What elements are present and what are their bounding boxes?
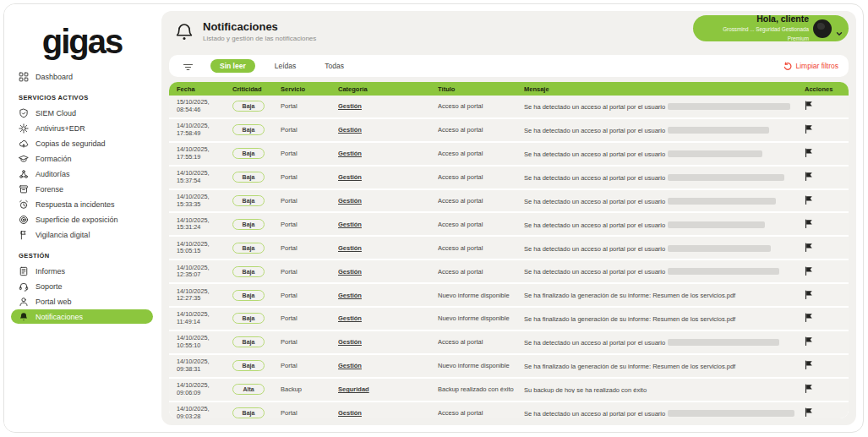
column-header-servicio: Servicio (281, 85, 338, 93)
tab-leidas[interactable]: Leídas (265, 59, 306, 73)
redacted-text (668, 410, 794, 417)
category-link[interactable]: Gestión (338, 292, 362, 299)
cell-fecha: 14/10/2025, 15:05:15 (177, 241, 232, 255)
cell-categoria: Seguridad (338, 385, 438, 393)
sidebar-item-antivirus-edr[interactable]: Antivirus+EDR (11, 121, 153, 135)
flag-action-icon[interactable] (805, 219, 813, 228)
criticality-badge: Baja (232, 195, 265, 206)
user-menu[interactable]: Hola, cliente Grossmind ... Seguridad Ge… (693, 15, 849, 41)
criticality-badge: Baja (232, 336, 265, 347)
category-link[interactable]: Gestión (338, 314, 362, 322)
sidebar-item-copias-de-seguridad[interactable]: Copias de seguridad (11, 136, 153, 150)
table-row: 14/10/2025, 09:06:09 Alta Backup Segurid… (169, 379, 849, 401)
sidebar-item-superficie-de-exposicion[interactable]: Superficie de exposición (11, 212, 153, 227)
clear-filters-button[interactable]: Limpiar filtros (783, 62, 838, 70)
filter-icon[interactable] (183, 61, 194, 72)
sidebar-item-notificaciones[interactable]: Notificaciones (11, 309, 153, 324)
avatar (813, 19, 832, 38)
flag-action-icon[interactable] (805, 336, 813, 346)
cell-acciones (805, 101, 849, 112)
row-time: 17:58:49 (177, 130, 227, 138)
cell-criticidad: Alta (232, 384, 281, 395)
cell-fecha: 14/10/2025, 09:06:09 (177, 382, 232, 396)
cell-servicio: Portal (281, 150, 338, 157)
cell-acciones (805, 148, 849, 159)
category-link[interactable]: Gestión (338, 244, 362, 252)
radar-icon (19, 215, 29, 225)
category-link[interactable]: Seguridad (338, 385, 369, 393)
flag-action-icon[interactable] (805, 148, 813, 157)
category-link[interactable]: Gestión (338, 338, 362, 346)
table-row: 14/10/2025, 15:33:35 Baja Portal Gestión… (169, 190, 849, 212)
redacted-text (668, 198, 776, 205)
flag-action-icon[interactable] (805, 243, 813, 252)
cell-mensaje: Su backup de hoy se ha realizado con éxi… (524, 385, 805, 394)
cell-acciones (805, 407, 849, 418)
category-link[interactable]: Gestión (338, 221, 362, 228)
category-link[interactable]: Gestión (338, 173, 362, 181)
page-header: Notificaciones Listado y gestión de las … (169, 17, 849, 52)
cell-titulo: Nuevo informe disponible (438, 362, 524, 369)
category-link[interactable]: Gestión (338, 268, 362, 276)
app-window: gigas DashboardSERVICIOS ACTIVOSSIEM Clo… (3, 3, 864, 433)
tab-todas[interactable]: Todas (315, 59, 353, 73)
sidebar-item-respuesta-a-incidentes[interactable]: Respuesta a incidentes (11, 197, 153, 211)
flag-action-icon[interactable] (805, 266, 813, 276)
table-body: 15/10/2025, 08:54:46 Baja Portal Gestión… (169, 96, 849, 418)
flag-action-icon[interactable] (805, 124, 813, 134)
sidebar-item-auditorias[interactable]: Auditorías (11, 167, 153, 181)
redacted-text (668, 339, 779, 346)
cloud-backup-icon (19, 139, 29, 149)
table-row: 14/10/2025, 09:38:31 Baja Portal Gestión… (169, 355, 849, 377)
cell-categoria: Gestión (338, 314, 438, 322)
cell-fecha: 15/10/2025, 08:54:46 (177, 99, 232, 113)
sidebar-item-siem-cloud[interactable]: SIEM Cloud (11, 106, 153, 120)
sidebar-item-soporte[interactable]: Soporte (11, 279, 153, 293)
sidebar-item-forense[interactable]: Forense (11, 182, 153, 196)
cell-categoria: Gestión (338, 126, 438, 134)
tab-sin-leer[interactable]: Sin leer (210, 59, 255, 73)
sidebar-item-label: Copias de seguridad (35, 139, 106, 148)
cell-acciones (805, 124, 849, 135)
cell-titulo: Acceso al portal (438, 338, 524, 346)
cell-titulo: Acceso al portal (438, 409, 524, 417)
cell-categoria: Gestión (338, 173, 438, 181)
flag-action-icon[interactable] (805, 195, 813, 205)
flag-action-icon[interactable] (805, 384, 813, 393)
sidebar-item-portal-web[interactable]: Portal web (11, 294, 153, 309)
cell-criticidad: Baja (232, 101, 281, 112)
cell-criticidad: Baja (232, 195, 281, 206)
flag-action-icon[interactable] (805, 290, 813, 299)
category-link[interactable]: Gestión (338, 362, 362, 369)
cell-servicio: Portal (281, 221, 338, 228)
cell-acciones (805, 266, 849, 277)
flag-action-icon[interactable] (805, 101, 813, 110)
sidebar-item-label: Superficie de exposición (35, 216, 118, 224)
sidebar-item-formacion[interactable]: Formación (11, 151, 153, 166)
cell-mensaje: Se ha detectado un acceso al portal por … (524, 409, 805, 418)
flag-action-icon[interactable] (805, 407, 813, 417)
flag-action-icon[interactable] (805, 360, 813, 369)
category-link[interactable]: Gestión (338, 409, 362, 417)
sidebar-item-informes[interactable]: Informes (11, 264, 153, 278)
cell-titulo: Acceso al portal (438, 102, 524, 110)
flag-action-icon[interactable] (805, 172, 813, 181)
criticality-badge: Baja (232, 101, 265, 112)
category-link[interactable]: Gestión (338, 102, 362, 110)
row-time: 10:55:10 (177, 342, 227, 350)
category-link[interactable]: Gestión (338, 126, 362, 134)
sidebar-item-label: Notificaciones (35, 313, 83, 321)
filter-bar: Sin leerLeídasTodas Limpiar filtros (169, 55, 849, 77)
category-link[interactable]: Gestión (338, 150, 362, 157)
sidebar-item-vigilancia-digital[interactable]: Vigilancia digital (11, 227, 153, 242)
sidebar-item-dashboard[interactable]: Dashboard (11, 69, 153, 84)
cell-servicio: Portal (281, 338, 338, 346)
flag-action-icon[interactable] (805, 313, 813, 322)
table-row: 15/10/2025, 08:54:46 Baja Portal Gestión… (169, 96, 849, 117)
redacted-text (668, 221, 765, 228)
page-title: Notificaciones (203, 20, 316, 33)
category-link[interactable]: Gestión (338, 197, 362, 205)
flag-icon (19, 230, 29, 240)
message-text: Se ha detectado un acceso al portal por … (524, 339, 665, 347)
chevron-down-icon (836, 25, 843, 32)
